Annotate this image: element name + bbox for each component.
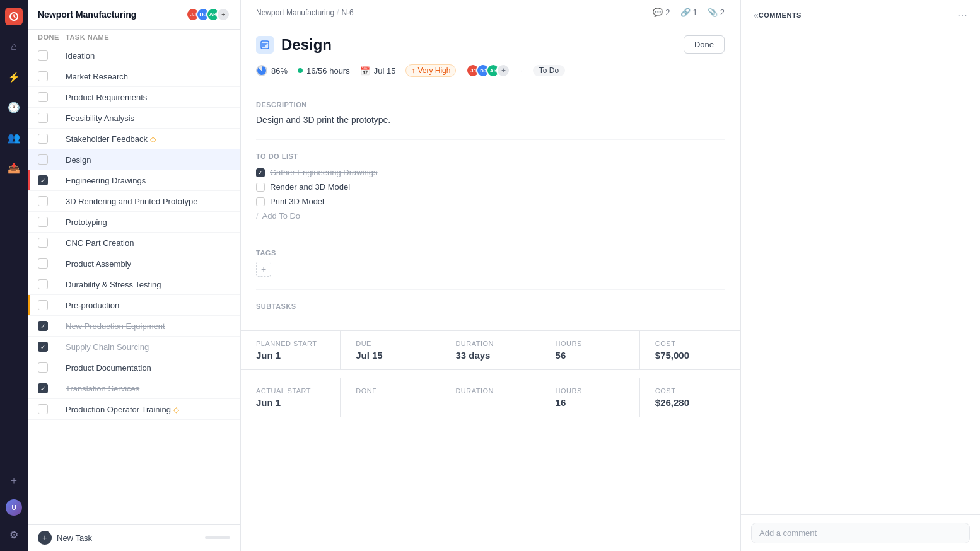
stat-actual-hours-value: 16	[556, 397, 624, 408]
add-assignee-button[interactable]: +	[496, 64, 510, 78]
stat-actual-done-label: DONE	[356, 387, 424, 395]
comments-icon-badge[interactable]: 💬 2	[653, 8, 670, 17]
task-checkbox[interactable]	[38, 113, 48, 123]
task-item[interactable]: Design	[28, 149, 240, 170]
add-todo-label: Add To Do	[262, 211, 300, 221]
task-checkbox[interactable]	[38, 279, 48, 289]
stat-actual-hours: HOURS 16	[540, 378, 640, 417]
task-checkbox[interactable]	[38, 362, 48, 373]
stat-actual-cost: COST $26,280	[640, 378, 740, 417]
stat-planned-start: PLANNED START Jun 1	[241, 331, 341, 369]
task-name: 3D Rendering and Printed Prototype	[66, 197, 230, 206]
hours-dot	[298, 68, 303, 73]
stats-planned-grid: PLANNED START Jun 1 DUE Jul 15 DURATION …	[241, 330, 740, 370]
links-count: 1	[693, 8, 697, 17]
task-item[interactable]: Product Requirements	[28, 87, 240, 108]
comment-input[interactable]	[751, 523, 970, 543]
app-icon[interactable]	[5, 8, 23, 25]
add-todo-button[interactable]: / Add To Do	[256, 209, 725, 223]
scroll-indicator	[205, 536, 230, 539]
add-tag-button[interactable]: +	[256, 262, 271, 277]
slash-icon: /	[256, 211, 259, 221]
task-item[interactable]: CNC Part Creation	[28, 233, 240, 253]
task-item[interactable]: New Production Equipment	[28, 316, 240, 337]
comments-count: 2	[665, 8, 670, 17]
comments-more-icon[interactable]: ⋯	[957, 9, 967, 21]
progress-pct: 86%	[271, 66, 288, 76]
task-checkbox[interactable]	[38, 321, 48, 331]
stat-cost-label: COST	[655, 340, 725, 347]
task-checkbox[interactable]	[38, 383, 48, 393]
task-item[interactable]: Production Operator Training ◇	[28, 399, 240, 420]
task-checkbox[interactable]	[38, 92, 48, 102]
stat-cost-value: $75,000	[655, 350, 725, 361]
task-checkbox[interactable]	[38, 238, 48, 248]
collapse-button[interactable]: «	[754, 10, 759, 20]
task-checkbox[interactable]	[38, 217, 48, 227]
task-checkbox[interactable]	[38, 258, 48, 269]
meta-hours: 16/56 hours	[298, 66, 350, 76]
user-avatar[interactable]: U	[6, 499, 22, 516]
todo-item[interactable]: Print 3D Model	[256, 194, 725, 209]
task-panel-header: Newport Manufacturing JJ DJ AK +	[28, 0, 240, 30]
divider-3	[256, 236, 725, 236]
todo-label: TO DO LIST	[241, 145, 740, 165]
nav-home-icon[interactable]: ⌂	[5, 38, 23, 55]
meta-progress: 86%	[256, 65, 288, 76]
task-checkbox[interactable]	[38, 196, 48, 206]
task-checkbox[interactable]	[38, 342, 48, 352]
nav-settings-icon[interactable]: ⚙	[5, 526, 23, 543]
todo-item[interactable]: Gather Engineering Drawings	[256, 165, 725, 180]
nav-bolt-icon[interactable]: ⚡	[5, 68, 23, 86]
task-name: New Production Equipment	[66, 322, 230, 331]
attachments-icon: 📎	[708, 8, 718, 17]
breadcrumb-id: N-6	[341, 8, 353, 17]
task-item[interactable]: Ideation	[28, 45, 240, 66]
task-checkbox[interactable]	[38, 134, 48, 144]
task-checkbox[interactable]	[38, 71, 48, 81]
task-item[interactable]: Durability & Stress Testing	[28, 274, 240, 295]
task-item[interactable]: Prototyping	[28, 212, 240, 233]
links-icon-badge[interactable]: 🔗 1	[680, 8, 697, 17]
task-item[interactable]: Engineering Drawings	[28, 170, 240, 191]
task-checkbox[interactable]	[38, 50, 48, 61]
new-task-button[interactable]: +	[38, 531, 52, 545]
task-checkbox[interactable]	[38, 175, 48, 185]
task-item[interactable]: Market Research	[28, 66, 240, 87]
task-item[interactable]: Product Documentation	[28, 357, 240, 378]
task-checkbox[interactable]	[38, 300, 48, 310]
calendar-icon: 📅	[360, 66, 370, 76]
stat-hours: HOURS 56	[540, 331, 640, 369]
description-label: DESCRIPTION	[241, 93, 740, 113]
nav-add-icon[interactable]: ＋	[5, 472, 23, 489]
stat-actual-cost-label: COST	[655, 387, 725, 395]
priority-arrow: ↑	[411, 66, 415, 75]
nav-clock-icon[interactable]: 🕐	[5, 98, 23, 116]
task-item[interactable]: 3D Rendering and Printed Prototype	[28, 191, 240, 212]
task-item[interactable]: Translation Services	[28, 378, 240, 399]
todo-item[interactable]: Render and 3D Model	[256, 180, 725, 194]
priority-badge[interactable]: ↑ Very High	[405, 64, 456, 77]
task-checkbox[interactable]	[38, 404, 48, 414]
todo-checkbox[interactable]	[256, 183, 265, 192]
done-button[interactable]: Done	[684, 35, 725, 54]
task-item[interactable]: Product Assembly	[28, 253, 240, 274]
status-badge[interactable]: To Do	[533, 65, 565, 76]
attachments-icon-badge[interactable]: 📎 2	[708, 8, 725, 17]
stat-actual-hours-label: HOURS	[556, 387, 624, 395]
task-item[interactable]: Feasibility Analysis	[28, 108, 240, 129]
task-checkbox[interactable]	[38, 154, 48, 165]
task-item[interactable]: Supply Chain Sourcing	[28, 337, 240, 357]
task-item[interactable]: Pre-production	[28, 295, 240, 316]
task-list: Ideation Market Research Product Require…	[28, 45, 240, 524]
task-item[interactable]: Stakeholder Feedback ◇	[28, 129, 240, 149]
todo-checkbox[interactable]	[256, 168, 265, 177]
todo-checkbox[interactable]	[256, 197, 265, 206]
nav-inbox-icon[interactable]: 📥	[5, 159, 23, 177]
main-content: Newport Manufacturing / N-6 💬 2 🔗 1 📎 2	[241, 0, 740, 551]
header-icons: 💬 2 🔗 1 📎 2	[653, 8, 725, 17]
stat-duration: DURATION 33 days	[440, 331, 540, 369]
breadcrumb-project[interactable]: Newport Manufacturing	[256, 8, 334, 17]
nav-users-icon[interactable]: 👥	[5, 129, 23, 146]
task-name: Translation Services	[66, 384, 230, 393]
